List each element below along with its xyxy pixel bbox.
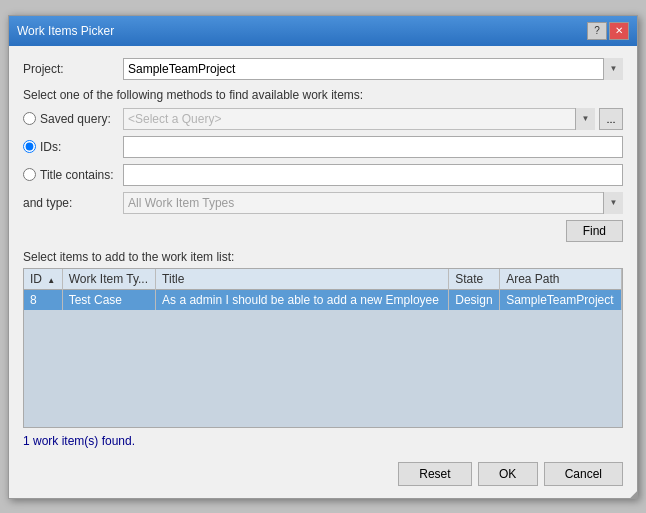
title-contains-label: Title contains: [23, 168, 123, 182]
title-input[interactable] [123, 164, 623, 186]
title-bar-controls: ? ✕ [587, 22, 629, 40]
table-header-row: ID ▲ Work Item Ty... Title State Area Pa… [24, 269, 622, 290]
browse-button[interactable]: ... [599, 108, 623, 130]
results-table-wrapper: ID ▲ Work Item Ty... Title State Area Pa… [23, 268, 623, 428]
project-select[interactable]: SampleTeamProject [123, 58, 623, 80]
saved-query-label: Saved query: [23, 112, 123, 126]
type-select-wrapper: All Work Item Types ▼ [123, 192, 623, 214]
query-select[interactable]: <Select a Query> [123, 108, 595, 130]
ids-radio[interactable] [23, 140, 36, 153]
type-select[interactable]: All Work Item Types [123, 192, 623, 214]
title-bar: Work Items Picker ? ✕ [9, 16, 637, 46]
find-button[interactable]: Find [566, 220, 623, 242]
reset-button[interactable]: Reset [398, 462, 471, 486]
find-row: Find [23, 220, 623, 242]
col-header-state: State [449, 269, 500, 290]
table-body: 8Test CaseAs a admin I should be able to… [24, 289, 622, 310]
close-button[interactable]: ✕ [609, 22, 629, 40]
ok-button[interactable]: OK [478, 462, 538, 486]
saved-query-row: Saved query: <Select a Query> ▼ ... [23, 108, 623, 130]
bottom-buttons: Reset OK Cancel [23, 458, 623, 486]
project-label: Project: [23, 62, 123, 76]
title-radio[interactable] [23, 168, 36, 181]
ids-input[interactable]: 8 [123, 136, 623, 158]
help-button[interactable]: ? [587, 22, 607, 40]
project-row: Project: SampleTeamProject ▼ [23, 58, 623, 80]
col-header-area: Area Path [500, 269, 622, 290]
results-table: ID ▲ Work Item Ty... Title State Area Pa… [24, 269, 622, 310]
query-controls: <Select a Query> ▼ ... [123, 108, 623, 130]
table-section: Select items to add to the work item lis… [23, 250, 623, 428]
instructions-label: Select one of the following methods to f… [23, 88, 623, 102]
table-row[interactable]: 8Test CaseAs a admin I should be able to… [24, 289, 622, 310]
and-type-row: and type: All Work Item Types ▼ [23, 192, 623, 214]
dialog-title: Work Items Picker [17, 24, 114, 38]
status-text: 1 work item(s) found. [23, 434, 623, 448]
col-header-title: Title [156, 269, 449, 290]
project-select-wrapper: SampleTeamProject ▼ [123, 58, 623, 80]
col-header-type: Work Item Ty... [62, 269, 155, 290]
cancel-button[interactable]: Cancel [544, 462, 623, 486]
resize-handle[interactable]: ◢ [626, 487, 638, 499]
dialog-body: Project: SampleTeamProject ▼ Select one … [9, 46, 637, 498]
title-contains-row: Title contains: [23, 164, 623, 186]
ids-row: IDs: 8 [23, 136, 623, 158]
saved-query-radio[interactable] [23, 112, 36, 125]
query-select-wrapper: <Select a Query> ▼ [123, 108, 595, 130]
sort-arrow-id: ▲ [47, 276, 55, 285]
col-header-id[interactable]: ID ▲ [24, 269, 62, 290]
ids-label: IDs: [23, 140, 123, 154]
and-type-label: and type: [23, 196, 123, 210]
table-label: Select items to add to the work item lis… [23, 250, 623, 264]
